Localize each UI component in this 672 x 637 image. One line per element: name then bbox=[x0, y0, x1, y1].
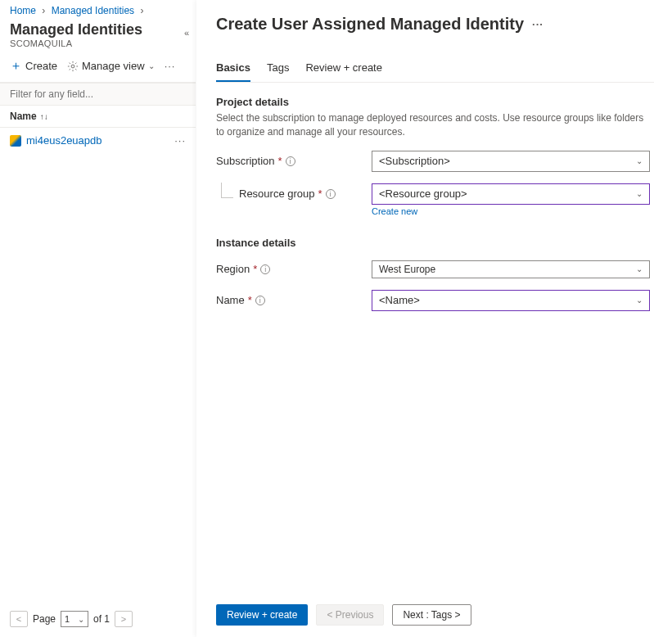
chevron-right-icon: › bbox=[140, 5, 143, 16]
resource-group-select[interactable]: <Resource group> ⌄ bbox=[372, 183, 650, 205]
panel-subtitle: SCOMAQUILA bbox=[10, 38, 186, 48]
pager-of-label: of 1 bbox=[93, 613, 110, 625]
breadcrumb-managed-identities[interactable]: Managed Identities bbox=[52, 5, 134, 16]
chevron-down-icon: ⌄ bbox=[148, 61, 155, 70]
manage-view-label: Manage view bbox=[82, 60, 145, 72]
required-icon: * bbox=[318, 187, 322, 200]
page-more-button[interactable]: ··· bbox=[532, 18, 543, 30]
list-item: mi4eus2euapdb ··· bbox=[0, 128, 196, 153]
info-icon[interactable]: i bbox=[255, 296, 265, 305]
gear-icon bbox=[67, 61, 79, 72]
plus-icon: ＋ bbox=[10, 58, 22, 74]
pager: < Page 1 ⌄ of 1 > bbox=[10, 611, 133, 627]
managed-identity-icon bbox=[10, 135, 21, 147]
sort-asc-icon: ↑↓ bbox=[40, 112, 48, 121]
pager-page-select[interactable]: 1 ⌄ bbox=[61, 611, 88, 627]
chevron-down-icon: ⌄ bbox=[636, 296, 643, 305]
more-actions-button[interactable]: ··· bbox=[165, 60, 176, 72]
chevron-down-icon: ⌄ bbox=[78, 615, 84, 624]
pager-prev-button[interactable]: < bbox=[10, 611, 28, 627]
required-icon: * bbox=[253, 263, 257, 275]
column-header-name[interactable]: Name ↑↓ bbox=[0, 106, 196, 128]
svg-point-0 bbox=[71, 65, 74, 68]
collapse-panel-icon[interactable]: « bbox=[184, 28, 189, 38]
section-project-details: Project details bbox=[216, 96, 654, 108]
info-icon[interactable]: i bbox=[326, 189, 336, 199]
panel-title: Managed Identities bbox=[10, 21, 186, 38]
section-project-desc: Select the subscription to manage deploy… bbox=[216, 111, 654, 139]
create-new-rg-link[interactable]: Create new bbox=[372, 206, 417, 216]
name-value: <Name> bbox=[379, 294, 420, 306]
subscription-select[interactable]: <Subscription> ⌄ bbox=[372, 151, 650, 172]
review-create-button[interactable]: Review + create bbox=[216, 604, 308, 626]
pager-page-label: Page bbox=[33, 613, 56, 625]
create-button[interactable]: ＋ Create bbox=[10, 58, 57, 74]
subscription-value: <Subscription> bbox=[379, 155, 450, 167]
tab-basics[interactable]: Basics bbox=[216, 56, 250, 82]
pager-next-button[interactable]: > bbox=[115, 611, 133, 627]
chevron-down-icon: ⌄ bbox=[636, 189, 643, 198]
filter-input[interactable] bbox=[0, 83, 196, 106]
identity-name: mi4eus2euapdb bbox=[26, 134, 102, 147]
info-icon[interactable]: i bbox=[260, 264, 270, 274]
create-label: Create bbox=[25, 60, 57, 72]
tab-review-create[interactable]: Review + create bbox=[305, 56, 382, 82]
subscription-label: Subscription bbox=[216, 155, 275, 167]
section-instance-details: Instance details bbox=[216, 237, 654, 249]
region-value: West Europe bbox=[379, 264, 435, 275]
previous-button: < Previous bbox=[316, 604, 384, 626]
region-label: Region bbox=[216, 263, 250, 275]
next-tags-button[interactable]: Next : Tags > bbox=[392, 604, 471, 626]
required-icon: * bbox=[278, 155, 282, 167]
resource-group-value: <Resource group> bbox=[379, 187, 467, 200]
column-name-label: Name bbox=[10, 111, 37, 122]
name-input[interactable]: <Name> ⌄ bbox=[372, 290, 650, 311]
region-select[interactable]: West Europe ⌄ bbox=[372, 260, 650, 278]
pager-page-value: 1 bbox=[65, 614, 70, 624]
tab-tags[interactable]: Tags bbox=[267, 56, 289, 82]
row-more-button[interactable]: ··· bbox=[174, 134, 186, 147]
resource-group-label: Resource group bbox=[239, 187, 315, 200]
breadcrumb: Home › Managed Identities › bbox=[0, 0, 196, 16]
required-icon: * bbox=[248, 294, 252, 306]
chevron-down-icon: ⌄ bbox=[636, 156, 643, 165]
chevron-down-icon: ⌄ bbox=[636, 264, 643, 273]
name-label: Name bbox=[216, 294, 245, 306]
manage-view-button[interactable]: Manage view ⌄ bbox=[67, 60, 155, 72]
breadcrumb-home[interactable]: Home bbox=[10, 5, 36, 16]
info-icon[interactable]: i bbox=[286, 156, 295, 166]
identity-link[interactable]: mi4eus2euapdb bbox=[10, 134, 102, 147]
chevron-right-icon: › bbox=[42, 5, 45, 16]
page-title: Create User Assigned Managed Identity bbox=[216, 15, 524, 34]
